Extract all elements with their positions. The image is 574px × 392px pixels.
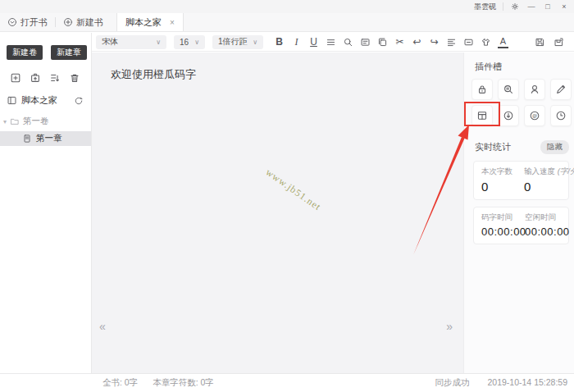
book-total-count: 全书: 0字: [102, 377, 138, 389]
underline-button[interactable]: U: [305, 34, 322, 50]
sort-icon[interactable]: [49, 72, 61, 84]
line-height-icon: [326, 37, 336, 48]
mention-plugin-button[interactable]: @: [524, 105, 545, 126]
clock-icon: [555, 110, 567, 121]
tree-volume-row[interactable]: ▾ 第一卷: [0, 107, 91, 127]
indent-button[interactable]: [460, 34, 477, 50]
sidebar-icon-row: [0, 60, 91, 84]
new-chapter-button[interactable]: 新建章: [51, 45, 87, 60]
tree-chapter-row[interactable]: 第一章: [0, 131, 91, 146]
session-words: 本次字数 0: [481, 166, 524, 194]
font-family-select[interactable]: 宋体 ∨: [96, 35, 166, 49]
page-prev-button[interactable]: «: [99, 320, 106, 333]
search-plugin-button[interactable]: [498, 79, 519, 100]
chapter-label: 第一章: [36, 133, 62, 144]
document-icon: [22, 134, 32, 144]
folder-icon: [10, 116, 20, 126]
chapter-char-count: 本章字符数: 0字: [153, 377, 214, 389]
archive-icon[interactable]: [30, 72, 41, 84]
chevron-down-circle-icon: [7, 17, 17, 27]
cut-button[interactable]: ✂: [391, 34, 408, 50]
lock-icon: [476, 84, 488, 95]
header-row: 打开书 新建书 脚本之家 ×: [0, 13, 574, 32]
maximize-button[interactable]: □: [543, 3, 553, 11]
sync-status: 同步成功: [435, 377, 470, 389]
italic-button[interactable]: I: [288, 34, 305, 50]
book-row[interactable]: 脚本之家: [0, 84, 91, 107]
note-icon: [360, 37, 371, 48]
plugin-panel-title: 插件槽: [464, 52, 574, 73]
notes-plugin-button[interactable]: [550, 79, 572, 100]
status-bar: 全书: 0字 本章字符数: 0字 同步成功 2019-10-14 15:28:5…: [0, 373, 574, 392]
typing-time: 码字时间 00:00:00: [481, 212, 525, 238]
titlebar: 墨雲砚 — □ ×: [0, 0, 574, 13]
plus-circle-icon: [63, 17, 73, 27]
annotation-highlight-box: [464, 102, 500, 126]
tab-close-icon[interactable]: ×: [170, 18, 175, 27]
pencil-icon: [555, 84, 567, 95]
trash-icon[interactable]: [69, 72, 80, 84]
find-button[interactable]: [339, 34, 357, 50]
add-square-icon[interactable]: [10, 72, 21, 84]
chevron-down-icon: ∨: [194, 39, 199, 46]
font-size-select[interactable]: 16 ∨: [174, 35, 205, 49]
chevron-down-icon: ∨: [253, 39, 257, 46]
save-button[interactable]: [535, 37, 545, 48]
tab-book[interactable]: 脚本之家 ×: [116, 13, 184, 31]
align-button[interactable]: [443, 34, 460, 50]
volume-label: 第一卷: [23, 116, 49, 127]
minimize-button[interactable]: —: [526, 3, 536, 11]
chevron-down-icon: ∨: [156, 39, 161, 46]
search-icon: [343, 37, 353, 48]
character-plugin-button[interactable]: [524, 79, 545, 100]
line-spacing-select[interactable]: 1倍行距 ∨: [212, 35, 263, 49]
typewriter-button[interactable]: [477, 34, 494, 50]
chapter-sidebar: 新建卷 新建章 脚本之家 ▾ 第一卷 第: [0, 33, 92, 373]
new-book-button[interactable]: 新建书: [56, 13, 111, 31]
plugin-panel: 插件槽: [463, 52, 574, 373]
close-button[interactable]: ×: [559, 3, 569, 11]
at-glyph: @: [532, 112, 537, 118]
timestamp: 2019-10-14 15:28:59: [488, 377, 568, 389]
page-next-button[interactable]: »: [446, 320, 453, 333]
new-volume-button[interactable]: 新建卷: [7, 45, 43, 60]
save-icon: [535, 37, 545, 48]
watermark: www.jb51.net: [263, 166, 323, 214]
time-stats-card: 码字时间 00:00:00 空闲时间 00:00:00: [473, 207, 569, 244]
typing-speed: 输入速度 (字/分) 0: [524, 166, 568, 194]
line-height-button[interactable]: [322, 34, 339, 50]
copy-button[interactable]: [374, 34, 391, 50]
timer-plugin-button[interactable]: [550, 105, 572, 126]
person-icon: [529, 84, 540, 95]
editor-area[interactable]: 欢迎使用橙瓜码字 www.jb51.net « »: [92, 52, 463, 373]
format-toolbar: 宋体 ∨ 16 ∨ 1倍行距 ∨ B I U ✂ ↩ ↪: [92, 33, 574, 52]
save-as-icon: [554, 37, 564, 48]
welcome-text: 欢迎使用橙瓜码字: [111, 67, 196, 82]
book-icon: [7, 95, 17, 106]
tree-expand-icon[interactable]: ▾: [3, 118, 7, 125]
stats-header: 实时统计 隐藏: [475, 140, 569, 154]
copy-icon: [377, 37, 388, 48]
at-circle-icon: @: [529, 110, 540, 121]
undo-button[interactable]: ↩: [408, 34, 426, 50]
save-as-button[interactable]: [554, 37, 564, 48]
status-right: 同步成功 2019-10-14 15:28:59: [435, 377, 574, 389]
lock-plugin-button[interactable]: [472, 79, 493, 100]
text-box-icon: [463, 37, 474, 48]
status-left: 全书: 0字 本章字符数: 0字: [102, 377, 214, 389]
hide-stats-button[interactable]: 隐藏: [540, 140, 569, 154]
sidebar-buttons: 新建卷 新建章: [0, 33, 91, 60]
font-color-button[interactable]: A: [498, 36, 508, 48]
tab-label: 脚本之家: [125, 16, 162, 29]
toolbar-right-group: [535, 37, 574, 48]
settings-gear-icon[interactable]: [510, 2, 520, 11]
bold-button[interactable]: B: [271, 34, 288, 50]
theme-name: 墨雲砚: [474, 2, 496, 12]
download-plugin-button[interactable]: [498, 105, 519, 126]
note-button[interactable]: [357, 34, 374, 50]
redo-button[interactable]: ↪: [426, 34, 443, 50]
open-book-button[interactable]: 打开书: [0, 13, 55, 31]
align-lines-icon: [446, 37, 457, 48]
refresh-icon[interactable]: [74, 96, 84, 106]
magnifier-icon: [503, 84, 514, 95]
